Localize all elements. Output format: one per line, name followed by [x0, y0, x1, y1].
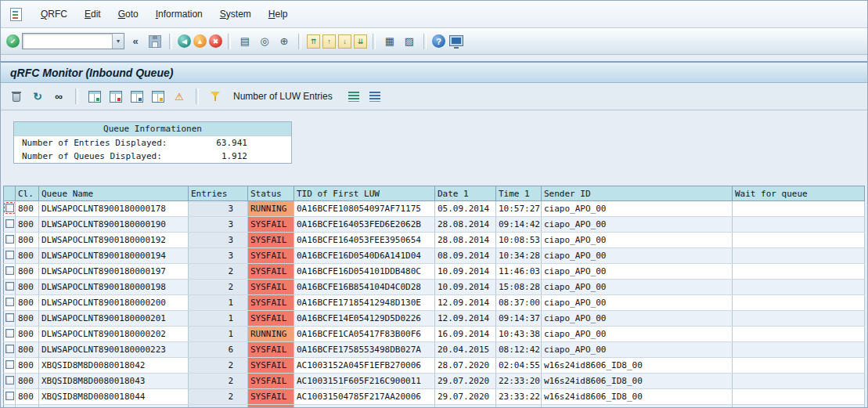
- cell-wait-for-queue[interactable]: [733, 295, 865, 311]
- row-checkbox[interactable]: [5, 251, 14, 259]
- cell-status[interactable]: SYSFAIL: [248, 264, 294, 280]
- cell-sender-id[interactable]: ciapo_APO_00: [542, 248, 733, 264]
- cell-date[interactable]: 10.09.2014: [435, 280, 496, 295]
- cell-queue-name[interactable]: DLWSAPOCLNT8900180000201: [39, 311, 189, 327]
- cell-wait-for-queue[interactable]: [733, 327, 865, 342]
- cell-queue-name[interactable]: DLWSAPOCLNT8900180000197: [39, 264, 189, 280]
- filter-icon[interactable]: [207, 88, 223, 105]
- cell-status[interactable]: SYSFAIL: [248, 358, 294, 374]
- cell-tid[interactable]: 0A16BCFE1CA05417F83B00F6: [294, 327, 435, 342]
- cell-client[interactable]: 800: [16, 311, 39, 327]
- cell-time[interactable]: 09:14:42: [496, 217, 542, 233]
- cell-tid[interactable]: 0A16BCFE164053FED6E2062B: [294, 217, 435, 233]
- cell-entries[interactable]: 2: [189, 405, 248, 408]
- row-checkbox[interactable]: [5, 313, 14, 322]
- cell-sender-id[interactable]: w16s24id8606_ID8_00: [542, 405, 733, 408]
- cell-queue-name[interactable]: DLWSAPOCLNT8900180000192: [39, 233, 189, 248]
- cancel-icon[interactable]: ✖: [209, 34, 222, 48]
- cell-entries[interactable]: 3: [189, 217, 248, 233]
- cell-client[interactable]: 800: [16, 358, 39, 374]
- cell-status[interactable]: SYSFAIL: [248, 248, 294, 264]
- cell-queue-name[interactable]: DLWSAPOCLNT8900180000202: [39, 327, 189, 342]
- customize-layout-icon[interactable]: [448, 33, 465, 50]
- cell-status[interactable]: SYSFAIL: [248, 233, 294, 248]
- row-checkbox[interactable]: [5, 219, 14, 228]
- cell-tid[interactable]: AC10031504785F217AA20006: [294, 389, 435, 405]
- cell-date[interactable]: 12.09.2014: [435, 311, 496, 327]
- find-icon[interactable]: ◎: [256, 33, 273, 50]
- cell-sender-id[interactable]: ciapo_APO_00: [542, 233, 733, 248]
- cell-entries[interactable]: 2: [189, 358, 248, 374]
- cell-tid[interactable]: AC1003152A045F1EFB270006: [294, 358, 435, 374]
- cell-date[interactable]: 10.09.2014: [435, 264, 496, 280]
- cell-wait-for-queue[interactable]: [733, 405, 865, 408]
- cell-tid[interactable]: 0A16BCFE16B854104D4C0D28: [294, 280, 435, 295]
- command-field[interactable]: [23, 36, 112, 47]
- cell-client[interactable]: 800: [16, 389, 39, 405]
- cell-date[interactable]: 29.07.2020: [435, 374, 496, 389]
- cell-time[interactable]: 10:08:53: [496, 233, 542, 248]
- cell-wait-for-queue[interactable]: [733, 233, 865, 248]
- menu-edit[interactable]: Edit: [85, 9, 101, 20]
- cell-date[interactable]: 05.09.2014: [435, 201, 496, 217]
- cell-client[interactable]: 800: [16, 248, 39, 264]
- cell-sender-id[interactable]: ciapo_APO_00: [542, 295, 733, 311]
- cell-queue-name[interactable]: DLWSAPOCLNT8900180000178: [39, 201, 189, 217]
- sort-descending-icon[interactable]: [367, 88, 383, 105]
- cell-queue-name[interactable]: DLWSAPOCLNT8900180000194: [39, 248, 189, 264]
- save-icon[interactable]: [146, 33, 164, 50]
- menu-information[interactable]: Information: [156, 9, 203, 20]
- menu-help[interactable]: Help: [268, 9, 288, 20]
- cell-queue-name[interactable]: XBQSID8M8D0080018044: [39, 389, 189, 405]
- cell-time[interactable]: 09:14:37: [496, 311, 542, 327]
- col-queue-name[interactable]: Queue Name: [39, 186, 189, 201]
- cell-status[interactable]: SYSFAIL: [248, 295, 294, 311]
- cell-time[interactable]: 02:04:55: [496, 358, 542, 374]
- cell-time[interactable]: 15:08:28: [496, 280, 542, 295]
- row-checkbox[interactable]: [5, 282, 14, 291]
- row-checkbox-cell[interactable]: [4, 201, 16, 217]
- create-session-icon[interactable]: ▦: [381, 33, 398, 50]
- cell-time[interactable]: 08:12:42: [496, 342, 542, 358]
- cell-queue-name[interactable]: DLWSAPOCLNT8900180000200: [39, 295, 189, 311]
- display-details-icon[interactable]: ∞: [51, 88, 67, 105]
- cell-wait-for-queue[interactable]: [733, 311, 865, 327]
- col-time[interactable]: Time 1: [496, 186, 542, 201]
- cell-status[interactable]: RUNNING: [248, 201, 294, 217]
- cell-client[interactable]: 800: [16, 264, 39, 280]
- cell-tid[interactable]: 0A16BCFE14E054129D5D0226: [294, 311, 435, 327]
- cell-date[interactable]: 08.09.2014: [435, 248, 496, 264]
- cell-sender-id[interactable]: ciapo_APO_00: [542, 264, 733, 280]
- row-checkbox-cell[interactable]: [4, 248, 16, 264]
- col-sender-id[interactable]: Sender ID: [542, 186, 733, 201]
- cell-sender-id[interactable]: ciapo_APO_00: [542, 342, 733, 358]
- cell-tid[interactable]: 0A16BCFE108054097AF71175: [294, 201, 435, 217]
- cell-sender-id[interactable]: w16s24id8606_ID8_00: [542, 358, 733, 374]
- col-status[interactable]: Status: [248, 186, 294, 201]
- row-checkbox-cell[interactable]: [4, 327, 16, 342]
- col-date[interactable]: Date 1: [435, 186, 496, 201]
- cell-queue-name[interactable]: DLWSAPOCLNT8900180000223: [39, 342, 189, 358]
- cell-time[interactable]: 11:46:03: [496, 264, 542, 280]
- sort-ascending-icon[interactable]: [346, 88, 362, 105]
- cell-wait-for-queue[interactable]: [733, 248, 865, 264]
- row-checkbox-cell[interactable]: [4, 280, 16, 295]
- alert-icon[interactable]: ⚠: [171, 88, 187, 105]
- cell-wait-for-queue[interactable]: [733, 358, 865, 374]
- back-icon[interactable]: ◀: [178, 34, 191, 48]
- cell-entries[interactable]: 3: [189, 201, 248, 217]
- row-checkbox-cell[interactable]: [4, 405, 16, 408]
- cell-client[interactable]: 800: [16, 201, 39, 217]
- cell-queue-name[interactable]: XBQSID8M8D0080018042: [39, 358, 189, 374]
- first-page-icon[interactable]: ⇈: [307, 34, 320, 49]
- row-checkbox[interactable]: [5, 298, 14, 306]
- help-icon[interactable]: ?: [432, 34, 445, 48]
- cell-wait-for-queue[interactable]: [733, 201, 865, 217]
- unlock-queue-icon[interactable]: [150, 88, 166, 105]
- cell-time[interactable]: 22:33:20: [496, 374, 542, 389]
- cell-sender-id[interactable]: ciapo_APO_00: [542, 311, 733, 327]
- row-checkbox-cell[interactable]: [4, 264, 16, 280]
- cell-date[interactable]: 16.09.2014: [435, 327, 496, 342]
- cell-wait-for-queue[interactable]: [733, 374, 865, 389]
- row-checkbox[interactable]: [5, 266, 14, 275]
